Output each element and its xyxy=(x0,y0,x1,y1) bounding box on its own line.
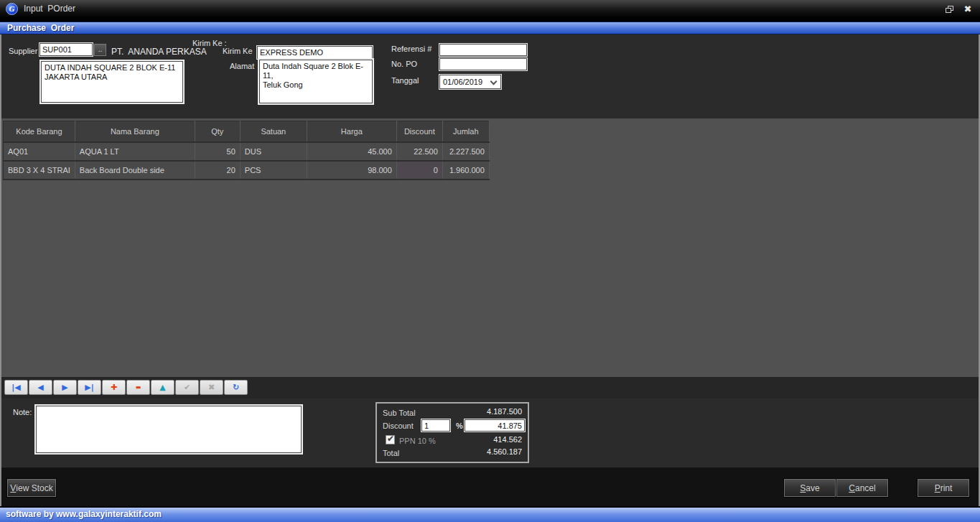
alamat-textarea[interactable]: Duta Indah Square 2 Blok E-11, Teluk Gon… xyxy=(259,60,373,103)
view-stock-accel: V xyxy=(10,483,16,493)
cell-nama[interactable]: AQUA 1 LT xyxy=(75,142,195,161)
no-po-input[interactable] xyxy=(439,58,527,70)
nav-post-button[interactable]: ✔ xyxy=(175,380,199,395)
nav-first-button[interactable]: |◀ xyxy=(4,380,28,395)
close-button[interactable]: ✖ xyxy=(961,4,974,14)
discount-percent-input[interactable] xyxy=(421,419,450,432)
cell-jumlah[interactable]: 1.960.000 xyxy=(442,161,489,180)
percent-sign: % xyxy=(456,421,463,430)
record-navigator: |◀ ◀ ▶ ▶| ✚ ▬ ▲ ✔ ✖ ↻ xyxy=(4,380,248,395)
title-bar: G Input POrder ✖ xyxy=(0,0,980,18)
save-button[interactable]: Save xyxy=(784,479,836,497)
col-harga[interactable]: Harga xyxy=(307,121,396,142)
cell-jumlah[interactable]: 2.227.500 xyxy=(442,142,489,161)
first-record-icon: |◀ xyxy=(11,383,20,391)
nav-delete-button[interactable]: ▬ xyxy=(126,380,150,395)
refresh-icon: ↻ xyxy=(233,383,239,391)
tanggal-label: Tanggal xyxy=(391,76,419,85)
nav-refresh-button[interactable]: ↻ xyxy=(224,380,248,395)
restore-button[interactable] xyxy=(943,4,956,14)
print-rest: rint xyxy=(941,483,953,493)
kirim-ke-label: Kirim Ke xyxy=(223,47,253,55)
nav-next-button[interactable]: ▶ xyxy=(53,380,77,395)
cancel-accel: C xyxy=(849,483,855,493)
sub-total-value: 4.187.500 xyxy=(487,407,522,416)
nav-cancel-button[interactable]: ✖ xyxy=(200,380,223,395)
insert-record-icon: ✚ xyxy=(111,383,117,391)
cancel-edit-icon: ✖ xyxy=(208,383,215,391)
ppn-label: PPN 10 % xyxy=(399,437,436,445)
save-rest: ave xyxy=(806,483,819,493)
total-label: Total xyxy=(383,449,399,457)
nav-prior-button[interactable]: ◀ xyxy=(29,380,52,395)
cell-satuan[interactable]: DUS xyxy=(240,142,307,161)
edit-record-icon: ▲ xyxy=(159,383,165,391)
sub-total-label: Sub Total xyxy=(383,409,416,417)
table-header-row: Kode Barang Nama Barang Qty Satuan Harga… xyxy=(4,121,490,142)
total-value: 4.560.187 xyxy=(487,447,522,456)
supplier-lookup-button[interactable]: .. xyxy=(94,44,106,56)
note-textarea[interactable] xyxy=(36,406,302,453)
supplier-code-input[interactable] xyxy=(39,43,93,56)
totals-panel: Sub Total 4.187.500 Discount % ✔ PPN 10 … xyxy=(375,402,529,463)
app-logo-icon: G xyxy=(6,3,18,15)
view-stock-button[interactable]: View Stock xyxy=(7,479,56,497)
next-record-icon: ▶ xyxy=(62,383,67,391)
kirim-ke-input[interactable] xyxy=(257,46,373,59)
cell-kode[interactable]: AQ01 xyxy=(4,142,75,161)
discount-amount-input[interactable] xyxy=(465,419,525,432)
action-bar: View Stock Save Cancel Print xyxy=(1,467,979,506)
last-record-icon: ▶| xyxy=(85,383,93,391)
post-record-icon: ✔ xyxy=(184,383,190,391)
col-qty[interactable]: Qty xyxy=(195,121,240,142)
ppn-checkbox[interactable]: ✔ xyxy=(386,435,395,444)
cell-qty[interactable]: 20 xyxy=(195,161,240,180)
supplier-name-text: PT. ANANDA PERKASA xyxy=(111,47,207,57)
items-table[interactable]: Kode Barang Nama Barang Qty Satuan Harga… xyxy=(3,121,490,180)
cell-nama[interactable]: Back Board Double side xyxy=(75,161,195,180)
items-grid-section: Kode Barang Nama Barang Qty Satuan Harga… xyxy=(1,118,979,377)
col-nama-barang[interactable]: Nama Barang xyxy=(75,121,195,142)
nav-last-button[interactable]: ▶| xyxy=(78,380,101,395)
cell-qty[interactable]: 50 xyxy=(195,142,240,161)
cell-kode[interactable]: BBD 3 X 4 STRAI xyxy=(4,161,75,180)
app-window: G Input POrder ✖ Purchase Order Supplier… xyxy=(0,0,980,522)
cancel-rest: ancel xyxy=(855,483,876,493)
col-jumlah[interactable]: Jumlah xyxy=(442,121,489,142)
tanggal-datepicker[interactable]: 01/06/2019 xyxy=(439,75,501,89)
referensi-input[interactable] xyxy=(439,44,527,56)
tanggal-value: 01/06/2019 xyxy=(443,78,482,86)
restore-icon xyxy=(946,6,953,13)
window-title: Input POrder xyxy=(24,0,75,18)
save-accel: S xyxy=(800,483,806,493)
status-bar: software by www.galaxyinteraktif.com xyxy=(0,506,980,522)
ppn-value: 414.562 xyxy=(493,435,522,444)
purchase-order-header-bar: Purchase Order xyxy=(0,22,980,34)
referensi-label: Referensi # xyxy=(391,45,431,53)
table-row[interactable]: AQ01 AQUA 1 LT 50 DUS 45.000 22.500 2.22… xyxy=(4,142,490,161)
close-icon: ✖ xyxy=(964,4,972,14)
col-kode-barang[interactable]: Kode Barang xyxy=(4,121,75,142)
cell-discount-focused[interactable]: 0 xyxy=(396,161,442,180)
kirim-ke-header-label: Kirim Ke : xyxy=(192,39,227,47)
discount-label: Discount xyxy=(383,421,414,430)
prior-record-icon: ◀ xyxy=(37,383,43,391)
print-button[interactable]: Print xyxy=(918,479,969,497)
cell-harga[interactable]: 45.000 xyxy=(307,142,396,161)
cell-discount[interactable]: 22.500 xyxy=(396,142,442,161)
note-totals-section: Note: Sub Total 4.187.500 Discount % ✔ P… xyxy=(1,399,979,467)
col-satuan[interactable]: Satuan xyxy=(240,121,307,142)
nav-insert-button[interactable]: ✚ xyxy=(102,380,126,395)
checkmark-icon: ✔ xyxy=(387,434,394,444)
alamat-label: Alamat xyxy=(230,62,254,70)
nav-edit-button[interactable]: ▲ xyxy=(151,380,174,395)
supplier-address-textarea[interactable]: DUTA INDAH SQUARE 2 BLOK E-11 JAKARTA UT… xyxy=(41,61,183,103)
view-stock-rest: iew Stock xyxy=(16,483,52,493)
cell-harga[interactable]: 98.000 xyxy=(307,161,396,180)
col-discount[interactable]: Discount xyxy=(396,121,442,142)
cell-satuan[interactable]: PCS xyxy=(240,161,307,180)
cancel-button[interactable]: Cancel xyxy=(836,479,888,497)
table-row[interactable]: BBD 3 X 4 STRAI Back Board Double side 2… xyxy=(4,161,490,180)
note-label: Note: xyxy=(13,408,32,416)
delete-record-icon: ▬ xyxy=(136,385,141,391)
